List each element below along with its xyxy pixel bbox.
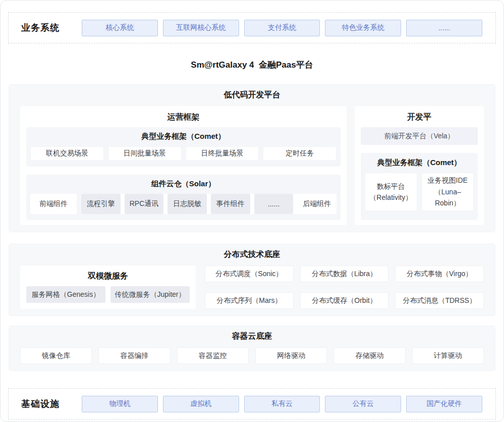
distributed-section-title: 分布式技术底座 [20,249,484,260]
infrastructure-band: 基础设施 物理机 虚拟机 私有云 公有云 国产化硬件 [8,388,496,419]
container-cloud-base-section: 容器云底座 镜像仓库 容器编排 容器监控 网络驱动 存储驱动 计算驱动 [9,326,495,371]
chip-event-component: 事件组件 [211,194,250,214]
chip-backend-component: 后端组件 [297,194,337,214]
chip-service-mesh-genesis: 服务网格（Genesis） [26,286,105,303]
card-distributed-data-libra: 分布式数据（Libra） [300,266,389,282]
card-luna-robin-ide: 业务视图IDE （Luna–Robin） [422,173,474,211]
development-platform-box: 开发平 前端开发平台（Vela） 典型业务框架（Comet） 数标平台 （Rel… [355,106,484,225]
solar-component-strip: 流程引擎 RPC通讯 日志脱敏 事件组件 ...... 后端组件 [81,194,337,214]
container-cloud-card-row: 镜像仓库 容器编排 容器监控 网络驱动 存储驱动 计算驱动 [20,347,484,364]
lowcode-platform-section: 低代码开发平台 运营框架 典型业务框架（Comet） 联机交易场景 日间批量场景… [9,84,495,232]
comet-business-framework-title: 典型业务框架（Comet） [30,132,337,141]
infrastructure-physical-machine-button[interactable]: 物理机 [82,396,158,412]
chip-frontend-component: 前端组件 [30,194,77,214]
card-relativity-platform: 数标平台 （Relativity） [365,173,417,211]
card-distributed-sequence-mars: 分布式序列（Mars） [205,292,294,309]
infrastructure-private-cloud-button[interactable]: 私有云 [244,396,320,412]
card-network-driver: 网络驱动 [255,347,327,364]
chip-daytime-batch: 日间批量场景 [108,146,182,161]
business-systems-label: 业务系统 [21,22,60,34]
dual-mode-microservices-title: 双模微服务 [26,271,190,282]
chip-frontend-dev-platform-vela: 前端开发平台（Vela） [361,127,478,145]
business-system-special-button[interactable]: 特色业务系统 [325,20,401,36]
architecture-diagram-page: 业务系统 核心系统 互联网核心系统 支付系统 特色业务系统 ...... Sm@… [0,0,504,422]
chip-endofday-batch: 日终批量场景 [186,146,259,161]
distributed-cards-grid: 分布式调度（Sonic） 分布式数据（Libra） 分布式事物（Virgo） 分… [205,266,484,309]
dev-comet-card-row: 数标平台 （Relativity） 业务视图IDE （Luna–Robin） [365,173,474,211]
chip-log-masking: 日志脱敏 [167,194,207,214]
business-system-core-button[interactable]: 核心系统 [82,20,158,36]
chip-more-components: ...... [254,194,294,214]
card-relativity-line2: （Relativity） [369,192,412,203]
card-container-monitoring: 容器监控 [177,347,249,364]
chip-scheduled-task: 定时任务 [263,146,337,161]
card-distributed-message-tdrss: 分布式消息（TDRSS） [395,292,484,309]
dual-mode-microservices-box: 双模微服务 服务网格（Genesis） 传统微服务（Jupiter） [20,266,196,309]
lowcode-section-title: 低代码开发平台 [20,90,484,100]
card-compute-driver: 计算驱动 [412,347,484,364]
infrastructure-domestic-hardware-button[interactable]: 国产化硬件 [406,396,482,412]
operations-framework-box: 运营框架 典型业务框架（Comet） 联机交易场景 日间批量场景 日终批量场景 … [20,106,347,225]
dev-comet-framework-title: 典型业务框架（Comet） [365,158,474,168]
card-relativity-line1: 数标平台 [377,181,405,192]
chip-online-transaction: 联机交易场景 [30,146,104,161]
comet-scenario-row: 联机交易场景 日间批量场景 日终批量场景 定时任务 [30,146,337,161]
chip-process-engine: 流程引擎 [81,194,121,214]
chip-traditional-microservice-jupiter: 传统微服务（Jupiter） [110,286,190,303]
infrastructure-label: 基础设施 [21,398,60,410]
business-system-more-button[interactable]: ...... [406,20,482,36]
infrastructure-public-cloud-button[interactable]: 公有云 [325,396,401,412]
business-system-internet-core-button[interactable]: 互联网核心系统 [163,20,239,36]
distributed-body: 双模微服务 服务网格（Genesis） 传统微服务（Jupiter） 分布式调度… [20,266,484,309]
card-storage-driver: 存储驱动 [333,347,405,364]
chip-rpc-communication: RPC通讯 [125,194,164,214]
card-luna-robin-line1: 业务视图IDE [428,175,468,186]
business-systems-band: 业务系统 核心系统 互联网核心系统 支付系统 特色业务系统 ...... [8,12,496,43]
dev-comet-framework-box: 典型业务框架（Comet） 数标平台 （Relativity） 业务视图IDE … [361,153,478,220]
solar-component-row: 前端组件 流程引擎 RPC通讯 日志脱敏 事件组件 ...... 后端组件 [30,194,337,214]
card-distributed-cache-orbit: 分布式缓存（Orbit） [300,292,389,309]
container-cloud-title: 容器云底座 [20,331,484,342]
dual-mode-chip-row: 服务网格（Genesis） 传统微服务（Jupiter） [26,286,190,303]
operations-framework-title: 运营框架 [26,112,341,123]
card-distributed-transaction-virgo: 分布式事物（Virgo） [395,266,484,282]
lowcode-body: 运营框架 典型业务框架（Comet） 联机交易场景 日间批量场景 日终批量场景 … [20,106,484,225]
solar-component-warehouse-box: 组件云仓（Solar） 前端组件 流程引擎 RPC通讯 日志脱敏 事件组件 ..… [26,175,341,220]
card-luna-robin-line2: （Luna–Robin） [422,186,474,209]
platform-title: Sm@rtGalaxy 4 金融Paas平台 [1,59,503,71]
business-system-payment-button[interactable]: 支付系统 [244,20,320,36]
infrastructure-virtual-machine-button[interactable]: 虚拟机 [163,396,239,412]
card-container-orchestration: 容器编排 [98,347,170,364]
comet-business-framework-box: 典型业务框架（Comet） 联机交易场景 日间批量场景 日终批量场景 定时任务 [26,127,341,167]
card-distributed-scheduling-sonic: 分布式调度（Sonic） [205,266,294,282]
development-platform-title: 开发平 [361,112,478,123]
distributed-tech-base-section: 分布式技术底座 双模微服务 服务网格（Genesis） 传统微服务（Jupite… [9,244,495,316]
card-image-registry: 镜像仓库 [20,347,92,364]
solar-component-warehouse-title: 组件云仓（Solar） [30,179,337,189]
